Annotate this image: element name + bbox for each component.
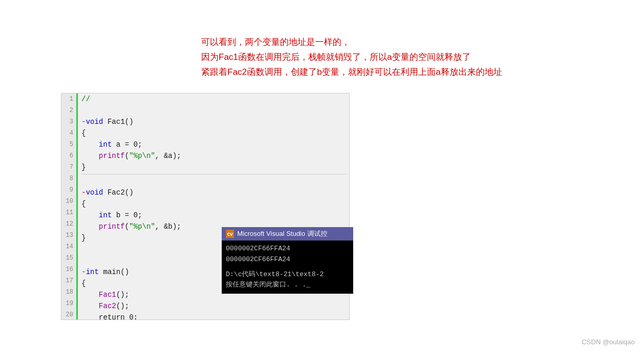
annotation-line3: 紧跟着Fac2函数调用，创建了b变量，就刚好可以在利用上面a释放出来的地址 bbox=[201, 65, 623, 80]
gutter-4: 4 bbox=[61, 127, 76, 139]
gutter-5: 5 bbox=[61, 139, 76, 150]
annotation-text: 可以看到，两个变量的地址是一样的， 因为Fac1函数在调用完后，栈帧就销毁了，所… bbox=[201, 35, 623, 80]
console-addr1: 0000002CF66FFA24 bbox=[226, 244, 349, 254]
gutter-18: 18 bbox=[61, 286, 76, 298]
code-line-fac1-header: -void Fac1() bbox=[81, 116, 347, 127]
gutter-2: 2 bbox=[61, 105, 76, 116]
gutter-1: 1 bbox=[61, 93, 76, 105]
watermark: CSDN @oulaiqao bbox=[582, 338, 635, 346]
vs-console-titlebar: cv Microsoft Visual Studio 调试控 bbox=[222, 227, 353, 241]
gutter-15: 15 bbox=[61, 252, 76, 264]
code-line-fac2-header: -void Fac2() bbox=[81, 187, 347, 198]
gutter-19: 19 bbox=[61, 298, 76, 309]
code-line-blank1 bbox=[81, 105, 347, 116]
annotation-area: 可以看到，两个变量的地址是一样的， 因为Fac1函数在调用完后，栈帧就销毁了，所… bbox=[201, 35, 623, 80]
code-line-main-fac2: Fac2(); bbox=[81, 300, 347, 312]
console-addr2: 0000002CF66FFA24 bbox=[226, 254, 349, 265]
code-line-blank2 bbox=[81, 175, 347, 187]
vs-console: cv Microsoft Visual Studio 调试控 0000002CF… bbox=[222, 227, 353, 294]
gutter-20: 20 bbox=[61, 309, 76, 320]
annotation-line1: 可以看到，两个变量的地址是一样的， bbox=[201, 35, 623, 50]
annotation-line2: 因为Fac1函数在调用完后，栈帧就销毁了，所以a变量的空间就释放了 bbox=[201, 50, 623, 65]
gutter-10: 10 bbox=[61, 196, 76, 207]
code-line-fac1-int: int a = 0; bbox=[81, 139, 347, 150]
code-line-comment: // bbox=[81, 93, 347, 105]
gutter-8: 8 bbox=[61, 173, 76, 184]
vs-icon: cv bbox=[226, 230, 234, 238]
gutter-9: 9 bbox=[61, 184, 76, 196]
code-line-fac1-open: { bbox=[81, 127, 347, 139]
gutter-6: 6 bbox=[61, 150, 76, 162]
console-path: D:\c代码\text8-21\text8-2 bbox=[226, 269, 349, 280]
separator1 bbox=[81, 174, 347, 174]
code-gutter: 1 2 3 4 5 6 7 8 9 10 11 12 13 14 15 16 1… bbox=[61, 93, 78, 319]
code-line-main-return: return 0; bbox=[81, 312, 347, 320]
vs-console-body: 0000002CF66FFA24 0000002CF66FFA24 D:\c代码… bbox=[222, 241, 353, 294]
gutter-11: 11 bbox=[61, 207, 76, 218]
gutter-14: 14 bbox=[61, 241, 76, 252]
code-line-fac2-int: int b = 0; bbox=[81, 210, 347, 221]
gutter-16: 16 bbox=[61, 264, 76, 275]
console-prompt: 按任意键关闭此窗口. . ._ bbox=[226, 280, 349, 291]
page-container: 可以看到，两个变量的地址是一样的， 因为Fac1函数在调用完后，栈帧就销毁了，所… bbox=[0, 0, 644, 352]
gutter-17: 17 bbox=[61, 275, 76, 286]
vs-console-title: Microsoft Visual Studio 调试控 bbox=[237, 229, 327, 238]
code-line-fac2-open: { bbox=[81, 198, 347, 210]
code-line-fac1-close: } bbox=[81, 162, 347, 173]
gutter-3: 3 bbox=[61, 116, 76, 127]
gutter-13: 13 bbox=[61, 230, 76, 241]
gutter-12: 12 bbox=[61, 218, 76, 230]
gutter-7: 7 bbox=[61, 162, 76, 173]
code-line-fac1-printf: printf("%p\n", &a); bbox=[81, 150, 347, 162]
